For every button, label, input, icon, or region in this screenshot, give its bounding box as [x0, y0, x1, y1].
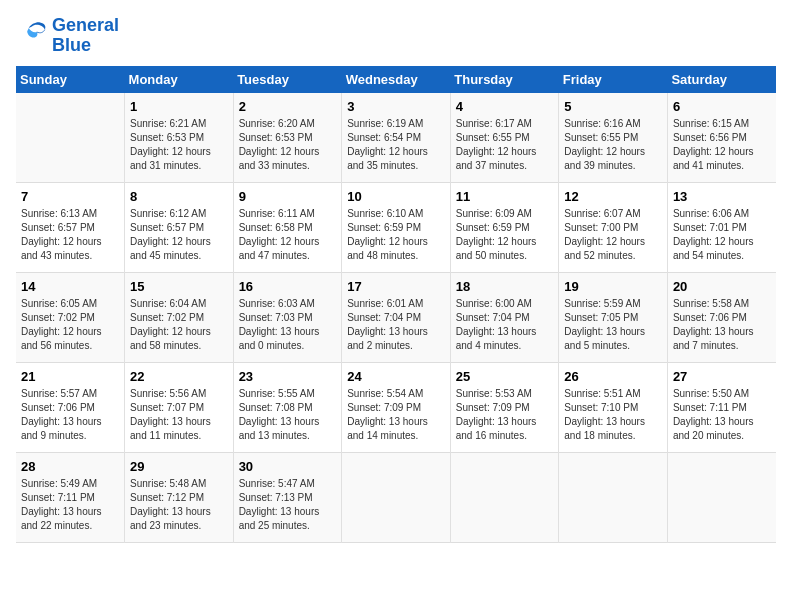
day-number: 25	[456, 369, 554, 384]
day-number: 15	[130, 279, 228, 294]
calendar-cell: 5Sunrise: 6:16 AM Sunset: 6:55 PM Daylig…	[559, 93, 668, 183]
day-info: Sunrise: 6:11 AM Sunset: 6:58 PM Dayligh…	[239, 207, 337, 263]
day-number: 30	[239, 459, 337, 474]
column-header-friday: Friday	[559, 66, 668, 93]
day-info: Sunrise: 6:05 AM Sunset: 7:02 PM Dayligh…	[21, 297, 119, 353]
calendar-cell: 10Sunrise: 6:10 AM Sunset: 6:59 PM Dayli…	[342, 183, 451, 273]
page-header: General Blue	[16, 16, 776, 56]
day-number: 12	[564, 189, 662, 204]
calendar-cell: 9Sunrise: 6:11 AM Sunset: 6:58 PM Daylig…	[233, 183, 342, 273]
day-info: Sunrise: 5:57 AM Sunset: 7:06 PM Dayligh…	[21, 387, 119, 443]
day-number: 10	[347, 189, 445, 204]
day-info: Sunrise: 6:04 AM Sunset: 7:02 PM Dayligh…	[130, 297, 228, 353]
day-info: Sunrise: 6:10 AM Sunset: 6:59 PM Dayligh…	[347, 207, 445, 263]
week-row-1: 1Sunrise: 6:21 AM Sunset: 6:53 PM Daylig…	[16, 93, 776, 183]
day-info: Sunrise: 5:51 AM Sunset: 7:10 PM Dayligh…	[564, 387, 662, 443]
calendar-cell: 21Sunrise: 5:57 AM Sunset: 7:06 PM Dayli…	[16, 363, 125, 453]
calendar-cell: 26Sunrise: 5:51 AM Sunset: 7:10 PM Dayli…	[559, 363, 668, 453]
day-info: Sunrise: 5:59 AM Sunset: 7:05 PM Dayligh…	[564, 297, 662, 353]
week-row-4: 21Sunrise: 5:57 AM Sunset: 7:06 PM Dayli…	[16, 363, 776, 453]
calendar-cell: 1Sunrise: 6:21 AM Sunset: 6:53 PM Daylig…	[125, 93, 234, 183]
calendar-table: SundayMondayTuesdayWednesdayThursdayFrid…	[16, 66, 776, 544]
week-row-5: 28Sunrise: 5:49 AM Sunset: 7:11 PM Dayli…	[16, 453, 776, 543]
day-info: Sunrise: 6:12 AM Sunset: 6:57 PM Dayligh…	[130, 207, 228, 263]
day-info: Sunrise: 5:48 AM Sunset: 7:12 PM Dayligh…	[130, 477, 228, 533]
day-info: Sunrise: 6:15 AM Sunset: 6:56 PM Dayligh…	[673, 117, 771, 173]
day-info: Sunrise: 6:17 AM Sunset: 6:55 PM Dayligh…	[456, 117, 554, 173]
day-number: 29	[130, 459, 228, 474]
day-info: Sunrise: 6:06 AM Sunset: 7:01 PM Dayligh…	[673, 207, 771, 263]
calendar-cell: 15Sunrise: 6:04 AM Sunset: 7:02 PM Dayli…	[125, 273, 234, 363]
column-header-sunday: Sunday	[16, 66, 125, 93]
calendar-cell: 20Sunrise: 5:58 AM Sunset: 7:06 PM Dayli…	[667, 273, 776, 363]
day-number: 28	[21, 459, 119, 474]
calendar-cell: 4Sunrise: 6:17 AM Sunset: 6:55 PM Daylig…	[450, 93, 559, 183]
day-info: Sunrise: 5:50 AM Sunset: 7:11 PM Dayligh…	[673, 387, 771, 443]
day-number: 21	[21, 369, 119, 384]
calendar-cell	[16, 93, 125, 183]
day-number: 23	[239, 369, 337, 384]
day-number: 13	[673, 189, 771, 204]
day-info: Sunrise: 6:13 AM Sunset: 6:57 PM Dayligh…	[21, 207, 119, 263]
calendar-cell: 6Sunrise: 6:15 AM Sunset: 6:56 PM Daylig…	[667, 93, 776, 183]
calendar-cell: 2Sunrise: 6:20 AM Sunset: 6:53 PM Daylig…	[233, 93, 342, 183]
day-info: Sunrise: 6:21 AM Sunset: 6:53 PM Dayligh…	[130, 117, 228, 173]
day-info: Sunrise: 6:07 AM Sunset: 7:00 PM Dayligh…	[564, 207, 662, 263]
calendar-cell	[559, 453, 668, 543]
logo-icon	[16, 20, 48, 52]
calendar-cell: 12Sunrise: 6:07 AM Sunset: 7:00 PM Dayli…	[559, 183, 668, 273]
day-info: Sunrise: 5:47 AM Sunset: 7:13 PM Dayligh…	[239, 477, 337, 533]
calendar-cell: 27Sunrise: 5:50 AM Sunset: 7:11 PM Dayli…	[667, 363, 776, 453]
day-info: Sunrise: 5:56 AM Sunset: 7:07 PM Dayligh…	[130, 387, 228, 443]
calendar-cell	[667, 453, 776, 543]
logo: General Blue	[16, 16, 119, 56]
calendar-cell: 24Sunrise: 5:54 AM Sunset: 7:09 PM Dayli…	[342, 363, 451, 453]
calendar-cell: 28Sunrise: 5:49 AM Sunset: 7:11 PM Dayli…	[16, 453, 125, 543]
day-number: 22	[130, 369, 228, 384]
calendar-cell: 8Sunrise: 6:12 AM Sunset: 6:57 PM Daylig…	[125, 183, 234, 273]
calendar-cell: 16Sunrise: 6:03 AM Sunset: 7:03 PM Dayli…	[233, 273, 342, 363]
day-number: 8	[130, 189, 228, 204]
day-number: 11	[456, 189, 554, 204]
column-header-tuesday: Tuesday	[233, 66, 342, 93]
calendar-cell: 22Sunrise: 5:56 AM Sunset: 7:07 PM Dayli…	[125, 363, 234, 453]
day-number: 5	[564, 99, 662, 114]
day-info: Sunrise: 6:20 AM Sunset: 6:53 PM Dayligh…	[239, 117, 337, 173]
day-info: Sunrise: 5:58 AM Sunset: 7:06 PM Dayligh…	[673, 297, 771, 353]
calendar-cell	[450, 453, 559, 543]
calendar-cell: 11Sunrise: 6:09 AM Sunset: 6:59 PM Dayli…	[450, 183, 559, 273]
day-number: 2	[239, 99, 337, 114]
calendar-cell: 23Sunrise: 5:55 AM Sunset: 7:08 PM Dayli…	[233, 363, 342, 453]
day-number: 26	[564, 369, 662, 384]
day-number: 24	[347, 369, 445, 384]
column-header-saturday: Saturday	[667, 66, 776, 93]
day-number: 20	[673, 279, 771, 294]
week-row-2: 7Sunrise: 6:13 AM Sunset: 6:57 PM Daylig…	[16, 183, 776, 273]
calendar-cell: 18Sunrise: 6:00 AM Sunset: 7:04 PM Dayli…	[450, 273, 559, 363]
calendar-cell: 14Sunrise: 6:05 AM Sunset: 7:02 PM Dayli…	[16, 273, 125, 363]
day-info: Sunrise: 5:53 AM Sunset: 7:09 PM Dayligh…	[456, 387, 554, 443]
day-number: 16	[239, 279, 337, 294]
column-header-monday: Monday	[125, 66, 234, 93]
day-number: 9	[239, 189, 337, 204]
column-header-wednesday: Wednesday	[342, 66, 451, 93]
day-info: Sunrise: 6:01 AM Sunset: 7:04 PM Dayligh…	[347, 297, 445, 353]
day-number: 18	[456, 279, 554, 294]
day-number: 17	[347, 279, 445, 294]
day-number: 4	[456, 99, 554, 114]
days-header-row: SundayMondayTuesdayWednesdayThursdayFrid…	[16, 66, 776, 93]
day-info: Sunrise: 5:55 AM Sunset: 7:08 PM Dayligh…	[239, 387, 337, 443]
calendar-cell: 30Sunrise: 5:47 AM Sunset: 7:13 PM Dayli…	[233, 453, 342, 543]
calendar-cell: 19Sunrise: 5:59 AM Sunset: 7:05 PM Dayli…	[559, 273, 668, 363]
day-info: Sunrise: 6:19 AM Sunset: 6:54 PM Dayligh…	[347, 117, 445, 173]
calendar-cell: 13Sunrise: 6:06 AM Sunset: 7:01 PM Dayli…	[667, 183, 776, 273]
day-info: Sunrise: 5:49 AM Sunset: 7:11 PM Dayligh…	[21, 477, 119, 533]
calendar-cell: 17Sunrise: 6:01 AM Sunset: 7:04 PM Dayli…	[342, 273, 451, 363]
day-info: Sunrise: 6:16 AM Sunset: 6:55 PM Dayligh…	[564, 117, 662, 173]
calendar-cell: 25Sunrise: 5:53 AM Sunset: 7:09 PM Dayli…	[450, 363, 559, 453]
day-info: Sunrise: 6:00 AM Sunset: 7:04 PM Dayligh…	[456, 297, 554, 353]
day-info: Sunrise: 6:09 AM Sunset: 6:59 PM Dayligh…	[456, 207, 554, 263]
day-number: 6	[673, 99, 771, 114]
day-number: 27	[673, 369, 771, 384]
calendar-cell: 3Sunrise: 6:19 AM Sunset: 6:54 PM Daylig…	[342, 93, 451, 183]
